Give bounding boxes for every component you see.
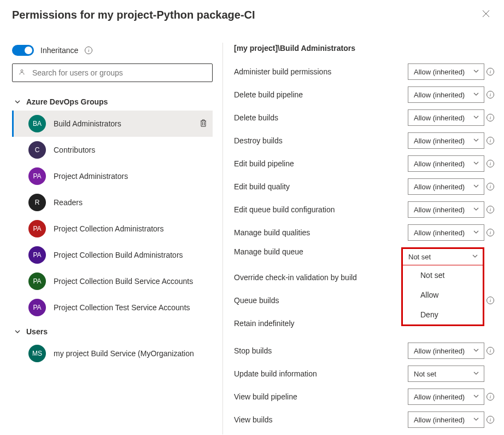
permission-label: Edit build quality [232,182,408,191]
groups-section-label: Azure DevOps Groups [26,97,108,106]
dropdown-option[interactable]: Not set [403,265,483,285]
permission-select[interactable]: Allow (inherited) [408,109,484,126]
identity-row[interactable]: BABuild Administrators [12,111,213,137]
avatar: BA [28,115,46,132]
avatar: PA [28,167,46,185]
identity-row[interactable]: PAProject Collection Build Service Accou… [12,268,213,294]
permission-value: Allow (inherited) [414,137,465,145]
identity-row[interactable]: MSmy project Build Service (MyOrganizati… [12,340,213,367]
permission-row: Delete build pipelineAllow (inherited)i [232,86,496,103]
close-button[interactable] [480,8,492,22]
inheritance-toggle[interactable] [12,45,34,56]
chevron-down-icon [473,370,479,378]
identity-row[interactable]: CContributors [12,137,213,163]
info-icon[interactable]: i [487,347,494,355]
permission-select[interactable]: Allow (inherited) [408,201,484,218]
permission-select[interactable]: Allow (inherited) [408,178,484,195]
identity-row[interactable]: PAProject Collection Test Service Accoun… [12,294,213,321]
permission-label: View build pipeline [232,392,408,401]
permission-select[interactable]: Allow (inherited) [408,63,484,80]
permission-row: Stop buildsAllow (inherited)i [232,343,496,359]
permission-select[interactable]: Allow (inherited) [408,155,484,172]
info-icon[interactable]: i [487,229,494,236]
chevron-down-icon [473,393,479,401]
permission-row: Manage build queueNot setNot setAllowDen… [232,247,496,326]
permission-value: Allow (inherited) [414,183,465,191]
dropdown-option[interactable]: Deny [403,305,483,324]
identity-row[interactable]: RReaders [12,189,213,216]
identity-label: Readers [54,198,209,207]
permission-row: Update build informationNot set [232,366,496,382]
permission-row: Destroy buildsAllow (inherited)i [232,132,496,149]
permission-label: Stop builds [232,346,408,355]
permission-label: Delete builds [232,113,408,122]
inheritance-label: Inheritance [40,46,78,55]
permission-value: Not set [408,253,431,261]
chevron-down-icon [473,68,479,76]
permission-label: Delete build pipeline [232,90,408,99]
info-icon[interactable]: i [85,47,92,54]
permission-select[interactable]: Not set [408,366,484,382]
permission-label: Edit build pipeline [232,159,408,168]
chevron-down-icon [473,206,479,214]
chevron-down-icon [473,114,479,122]
permission-value: Allow (inherited) [414,393,465,401]
permission-row: Manage build qualitiesAllow (inherited)i [232,224,496,241]
permission-select[interactable]: Allow (inherited) [408,132,484,149]
permission-label: Queue builds [232,296,401,305]
search-input-container[interactable] [12,63,213,82]
permission-row: Edit queue build configurationAllow (inh… [232,201,496,218]
page-title: Permissions for my project-Python packag… [12,9,255,21]
info-icon[interactable]: i [487,91,494,98]
users-section-header[interactable]: Users [12,323,213,340]
dropdown-option[interactable]: Allow [403,285,483,305]
permission-select[interactable]: Allow (inherited) [408,411,484,428]
chevron-down-icon [14,328,21,335]
permission-select-open[interactable]: Not setNot setAllowDeny [401,247,484,326]
identity-row[interactable]: PAProject Administrators [12,163,213,189]
permission-value: Allow (inherited) [414,160,465,168]
permission-select[interactable]: Not set [403,249,483,265]
identity-label: Project Collection Administrators [54,224,209,233]
info-icon[interactable]: i [487,206,494,213]
close-icon [482,10,490,18]
svg-point-0 [21,69,23,72]
permission-select[interactable]: Allow (inherited) [408,343,484,359]
info-icon[interactable]: i [487,114,494,121]
chevron-down-icon [473,416,479,424]
identity-row[interactable]: PAProject Collection Build Administrator… [12,242,213,268]
permission-row: Edit build qualityAllow (inherited)i [232,178,496,195]
info-icon[interactable]: i [487,183,494,190]
avatar: PA [28,272,46,290]
info-icon[interactable]: i [487,297,494,304]
permission-label: Edit queue build configuration [232,205,408,214]
info-icon[interactable]: i [487,68,494,76]
permission-row: View buildsAllow (inherited)i [232,411,496,428]
permission-row: Administer build permissionsAllow (inher… [232,63,496,80]
permission-value: Allow (inherited) [414,347,465,355]
info-icon[interactable]: i [487,393,494,401]
chevron-down-icon [473,347,479,355]
permission-row: View build pipelineAllow (inherited)i [232,388,496,405]
chevron-down-icon [472,253,478,261]
permission-value: Not set [414,370,436,378]
permission-select[interactable]: Allow (inherited) [408,224,484,241]
permission-label: Retain indefinitely [232,319,401,328]
permission-value: Allow (inherited) [414,114,465,122]
info-icon[interactable]: i [487,416,494,424]
info-icon[interactable]: i [487,137,494,144]
delete-button[interactable] [197,117,209,131]
avatar: MS [28,345,46,362]
permission-select[interactable]: Allow (inherited) [408,388,484,405]
groups-section-header[interactable]: Azure DevOps Groups [12,93,213,111]
permission-label: Override check-in validation by build [232,273,401,282]
identity-label: Build Administrators [54,119,190,128]
permission-label: View builds [232,415,408,424]
identity-label: Project Collection Build Administrators [54,251,209,259]
avatar: R [28,194,46,211]
permission-select[interactable]: Allow (inherited) [408,86,484,103]
identity-row[interactable]: PAProject Collection Administrators [12,216,213,242]
permission-row: Edit build pipelineAllow (inherited)i [232,155,496,172]
info-icon[interactable]: i [487,160,494,167]
search-input[interactable] [31,68,207,78]
